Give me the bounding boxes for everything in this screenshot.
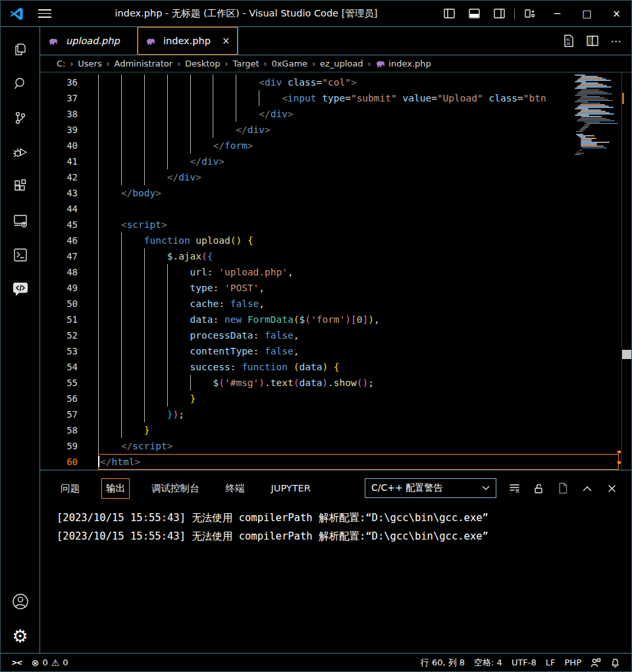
output-channel-select[interactable]: C/C++ 配置警告 <box>365 478 496 498</box>
close-button[interactable]: × <box>602 1 631 26</box>
accounts-icon[interactable] <box>5 584 36 619</box>
line-number: 49 <box>40 280 98 296</box>
explorer-icon[interactable] <box>5 32 36 67</box>
code-line[interactable]: 39</div> <box>40 122 631 138</box>
remote-explorer-icon[interactable] <box>5 204 36 238</box>
indent-guide <box>121 391 144 406</box>
indent-guide <box>98 74 121 90</box>
code-line[interactable]: 37<input type="submit" value="Upload" cl… <box>40 90 631 106</box>
code-line[interactable]: 58} <box>40 422 631 438</box>
code-line[interactable]: 47$.ajax({ <box>40 248 631 264</box>
cursor-position[interactable]: 行 60, 列 8 <box>416 657 469 669</box>
minimize-button[interactable]: ─ <box>542 1 572 26</box>
minimap-line <box>577 121 615 122</box>
code-line[interactable]: 57}); <box>40 406 631 422</box>
indent-guide <box>259 90 282 106</box>
feedback-icon[interactable] <box>586 658 606 667</box>
scrollbar-thumb[interactable] <box>622 350 631 359</box>
close-tab-icon[interactable]: × <box>222 35 230 47</box>
menu-hamburger-icon[interactable] <box>34 5 56 23</box>
breadcrumb-item[interactable]: Administrator <box>115 59 173 69</box>
close-panel-icon[interactable] <box>604 480 619 496</box>
problems-status[interactable]: ⊗ 0 ⚠ 0 <box>27 658 73 668</box>
breadcrumb-item[interactable]: Users <box>78 59 101 69</box>
terminal-box-icon[interactable] <box>5 238 36 272</box>
indentation-status[interactable]: 空格: 4 <box>469 657 507 669</box>
code-content: }); <box>98 406 619 422</box>
code-line[interactable]: 51data: new FormData($('form')[0]), <box>40 312 631 327</box>
code-line[interactable]: 46function upload() { <box>40 233 631 248</box>
code-line[interactable]: 59</script> <box>40 438 631 454</box>
code-line[interactable]: 42</div> <box>40 169 631 185</box>
language-mode[interactable]: PHP <box>560 658 586 667</box>
maximize-button[interactable]: □ <box>572 1 602 26</box>
breadcrumb-separator: › <box>368 59 371 69</box>
settings-gear-icon[interactable]: ⚙ <box>5 619 36 653</box>
editor-tab-index.php[interactable]: index.php× <box>138 27 238 55</box>
code-line[interactable]: 36<div class="col"> <box>40 74 631 90</box>
line-number: 53 <box>40 343 98 359</box>
indent-guide <box>144 391 167 406</box>
more-actions-icon[interactable]: ⋯ <box>608 32 625 49</box>
search-icon[interactable] <box>5 67 36 101</box>
breadcrumb-item[interactable]: 0xGame <box>271 59 307 69</box>
toggle-secondary-sidebar-icon[interactable] <box>487 4 512 24</box>
toggle-panel-icon[interactable] <box>461 4 487 24</box>
indent-guide <box>167 312 190 327</box>
code-line[interactable]: 44 <box>40 201 631 217</box>
code-line[interactable]: 50cache: false, <box>40 296 631 312</box>
clear-output-icon[interactable] <box>506 480 522 496</box>
run-debug-icon[interactable] <box>5 135 36 169</box>
encoding-status[interactable]: UTF-8 <box>507 658 541 667</box>
editor-tab-upload.php[interactable]: upload.php <box>40 27 138 55</box>
code-line[interactable]: 54success: function (data) { <box>40 359 631 375</box>
code-line[interactable]: 60</html> <box>40 454 631 470</box>
indent-guide <box>144 359 167 375</box>
code-line[interactable]: 43</body> <box>40 185 631 201</box>
code-line[interactable]: 52processData: false, <box>40 327 631 343</box>
code-content: <input type="submit" value="Upload" clas… <box>98 90 619 106</box>
indent-guide <box>98 122 121 138</box>
split-editor-icon[interactable] <box>584 32 601 49</box>
panel-tab-JUPYTER[interactable]: JUPYTER <box>267 480 315 497</box>
php-elephant-icon <box>375 59 385 68</box>
breadcrumb-label: Administrator <box>115 59 173 69</box>
panel-tab-终端[interactable]: 终端 <box>222 479 249 498</box>
customize-layout-icon[interactable] <box>517 4 542 24</box>
minimap[interactable] <box>572 72 621 155</box>
eol-status[interactable]: LF <box>541 658 560 667</box>
panel-tab-输出[interactable]: 输出 <box>102 479 129 498</box>
code-line[interactable]: 56} <box>40 391 631 406</box>
panel-tab-问题[interactable]: 问题 <box>57 479 84 498</box>
code-line[interactable]: 55$('#msg').text(data).show(); <box>40 375 631 391</box>
code-line[interactable]: 41</div> <box>40 154 631 169</box>
code-line[interactable]: 49type: 'POST', <box>40 280 631 296</box>
toggle-sidebar-icon[interactable] <box>436 4 461 24</box>
indent-guide <box>190 90 213 106</box>
panel-tab-调试控制台[interactable]: 调试控制台 <box>147 479 203 498</box>
extensions-icon[interactable] <box>5 169 36 204</box>
output-log[interactable]: [2023/10/15 15:55:43] 无法使用 compilerPath … <box>40 506 631 654</box>
open-log-file-icon[interactable] <box>555 480 571 496</box>
code-line[interactable]: 45<script> <box>40 217 631 233</box>
breadcrumb-item[interactable]: ez_upload <box>320 59 363 69</box>
maximize-panel-icon[interactable] <box>579 480 595 496</box>
code-line[interactable]: 48url: 'upload.php', <box>40 264 631 280</box>
breadcrumb-item[interactable]: index.php <box>375 59 431 69</box>
chat-bubble-icon[interactable] <box>5 272 36 306</box>
breadcrumb-item[interactable]: Target <box>232 59 259 69</box>
source-control-icon[interactable] <box>5 101 36 135</box>
breadcrumb-item[interactable]: Desktop <box>185 59 221 69</box>
remote-indicator[interactable]: >< <box>7 658 27 667</box>
activity-bar: ⚙ <box>1 27 40 653</box>
code-line[interactable]: 38</div> <box>40 106 631 122</box>
code-line[interactable]: 53contentType: false, <box>40 343 631 359</box>
code-line[interactable]: 40</form> <box>40 138 631 154</box>
breadcrumb-item[interactable]: C: <box>57 59 65 69</box>
unlock-icon[interactable] <box>531 480 546 496</box>
code-editor[interactable]: 36<div class="col">37<input type="submit… <box>40 72 631 470</box>
code-content: </html> <box>98 454 619 470</box>
binary-doc-icon[interactable]: 0110 <box>560 32 577 49</box>
code-content: } <box>98 422 619 438</box>
notifications-bell-icon[interactable] <box>606 658 625 668</box>
